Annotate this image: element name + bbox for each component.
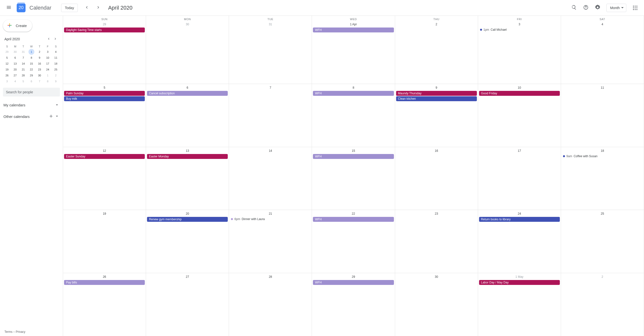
day-cell[interactable]: 24Return books to library [478,210,561,273]
event-chip[interactable]: WFH [313,280,394,285]
event-chip[interactable]: Renew gym membership [147,217,228,222]
mini-day-cell[interactable]: 3 [4,78,10,84]
mini-day-cell[interactable]: 11 [53,55,59,61]
mini-day-cell[interactable]: 10 [45,55,50,61]
day-cell[interactable]: 6Cancel subscription [146,84,229,147]
day-cell[interactable]: 11 [561,84,644,147]
create-button[interactable]: Create [3,20,32,32]
mini-day-cell[interactable]: 19 [4,67,10,73]
day-cell[interactable]: 14 [229,147,312,210]
mini-day-cell[interactable]: 25 [53,67,59,73]
day-cell[interactable]: 30 [146,21,229,84]
add-calendar-icon[interactable] [48,114,54,119]
event-chip[interactable]: Return books to library [479,217,560,222]
day-cell[interactable]: 22WFH [312,210,395,273]
mini-day-cell[interactable]: 29 [4,49,10,55]
mini-prev-month-button[interactable] [45,36,52,43]
today-button[interactable]: Today [61,4,78,12]
main-menu-button[interactable] [4,3,14,13]
day-cell[interactable]: 10Good Friday [478,84,561,147]
other-calendars-toggle[interactable]: Other calendars [3,113,60,120]
day-cell[interactable]: 2 [395,21,478,84]
mini-day-cell[interactable]: 16 [36,61,42,67]
day-cell[interactable]: 189amCoffee with Susan [561,147,644,210]
mini-day-cell[interactable]: 4 [53,49,59,55]
event-timed[interactable]: 9amCoffee with Susan [562,154,643,158]
mini-day-cell[interactable]: 7 [36,78,42,84]
mini-day-cell[interactable]: 13 [12,61,18,67]
day-cell[interactable]: 216pmDinner with Laura [229,210,312,273]
event-chip[interactable]: Pay bills [64,280,145,285]
mini-day-cell[interactable]: 15 [28,61,34,67]
mini-day-cell[interactable]: 9 [36,55,42,61]
mini-day-cell[interactable]: 8 [45,78,50,84]
mini-day-cell[interactable]: 4 [12,78,18,84]
day-cell[interactable]: 25 [561,210,644,273]
mini-day-cell[interactable]: 27 [12,73,18,78]
day-cell[interactable]: 12Easter Sunday [63,147,146,210]
mini-day-cell[interactable]: 6 [12,55,18,61]
terms-link[interactable]: Terms [4,330,12,333]
day-cell[interactable]: 2 [561,273,644,336]
mini-day-cell[interactable]: 9 [53,78,59,84]
day-cell[interactable]: 26Pay bills [63,273,146,336]
event-chip[interactable]: Palm Sunday [64,91,145,96]
event-chip[interactable]: Good Friday [479,91,560,96]
mini-day-cell[interactable]: 7 [20,55,26,61]
mini-day-cell[interactable]: 5 [4,55,10,61]
my-calendars-toggle[interactable]: My calendars [3,102,60,108]
day-cell[interactable]: 19 [63,210,146,273]
event-chip[interactable]: Clean kitchen [396,96,477,101]
mini-day-cell[interactable]: 12 [4,61,10,67]
event-chip[interactable]: WFH [313,91,394,96]
mini-day-cell[interactable]: 2 [36,49,42,55]
mini-day-cell[interactable]: 29 [28,73,34,78]
day-cell[interactable]: 8WFH [312,84,395,147]
mini-day-cell[interactable]: 8 [28,55,34,61]
day-cell[interactable]: 9Maundy ThursdayClean kitchen [395,84,478,147]
mini-day-cell[interactable]: 28 [20,73,26,78]
mini-day-cell[interactable]: 30 [36,73,42,78]
mini-day-cell[interactable]: 23 [36,67,42,73]
day-cell[interactable]: 4 [561,21,644,84]
mini-day-cell[interactable]: 24 [45,67,50,73]
day-cell[interactable]: 27 [146,273,229,336]
day-cell[interactable]: 30 [395,273,478,336]
day-cell[interactable]: 13Easter Monday [146,147,229,210]
event-timed[interactable]: 1pmCall Michael [479,28,560,32]
event-chip[interactable]: Daylight Saving Time starts [64,28,145,33]
event-chip[interactable]: Labor Day / May Day [479,280,560,285]
day-cell[interactable]: 5Palm SundayBuy milk [63,84,146,147]
search-people-input[interactable]: Search for people [3,88,60,97]
mini-day-cell[interactable]: 30 [12,49,18,55]
day-cell[interactable]: 15WFH [312,147,395,210]
day-cell[interactable]: 23 [395,210,478,273]
event-chip[interactable]: WFH [313,217,394,222]
event-chip[interactable]: Maundy Thursday [396,91,477,96]
settings-button[interactable] [593,3,602,13]
mini-day-cell[interactable]: 5 [20,78,26,84]
event-chip[interactable]: WFH [313,28,394,33]
mini-day-cell[interactable]: 2 [53,73,59,78]
prev-period-button[interactable] [82,3,92,13]
event-chip[interactable]: Easter Sunday [64,154,145,159]
mini-day-cell[interactable]: 22 [28,67,34,73]
mini-day-cell[interactable]: 1 [45,73,50,78]
event-chip[interactable]: Cancel subscription [147,91,228,96]
mini-next-month-button[interactable] [52,36,59,43]
google-apps-button[interactable] [630,3,640,13]
mini-day-cell[interactable]: 14 [20,61,26,67]
event-chip[interactable]: Buy milk [64,96,145,101]
view-switcher[interactable]: Month [606,4,626,12]
mini-day-cell[interactable]: 17 [45,61,50,67]
privacy-link[interactable]: Privacy [16,330,25,333]
day-cell[interactable]: 28 [229,273,312,336]
day-cell[interactable]: 29Daylight Saving Time starts [63,21,146,84]
mini-day-cell[interactable]: 1 [28,49,34,55]
day-cell[interactable]: 20Renew gym membership [146,210,229,273]
mini-day-cell[interactable]: 21 [20,67,26,73]
day-cell[interactable]: 31 [229,21,312,84]
event-timed[interactable]: 6pmDinner with Laura [230,217,311,221]
mini-day-cell[interactable]: 31 [20,49,26,55]
day-cell[interactable]: 7 [229,84,312,147]
